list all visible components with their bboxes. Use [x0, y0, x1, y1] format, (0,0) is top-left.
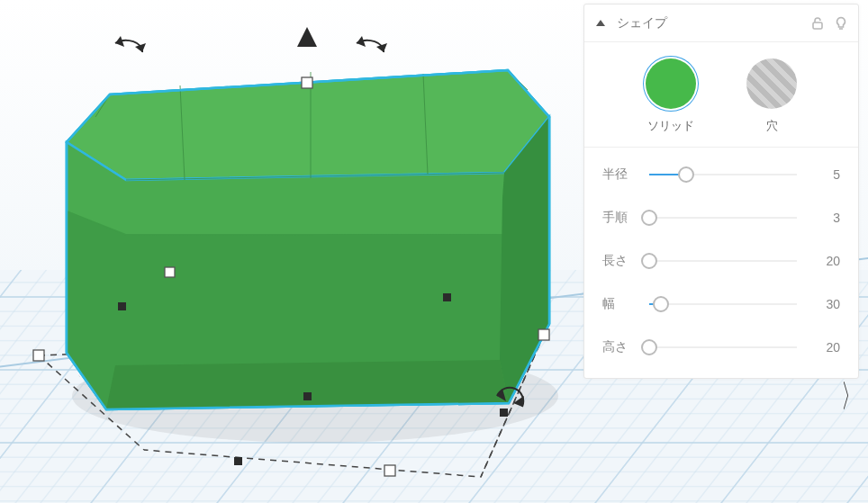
svg-rect-25	[165, 267, 175, 277]
param-row: 半径5	[584, 153, 858, 196]
param-label: 高さ	[602, 339, 646, 355]
lightbulb-icon[interactable]	[833, 15, 849, 31]
svg-rect-23	[384, 465, 395, 476]
panel-title: シェイプ	[611, 15, 809, 31]
param-row: 長さ20	[584, 239, 858, 283]
slider-thumb[interactable]	[653, 296, 669, 312]
lock-icon[interactable]	[809, 15, 826, 31]
param-slider[interactable]	[649, 209, 797, 227]
parameters-section: 半径5手順3長さ20幅30高さ20	[584, 148, 858, 378]
shape-rounded-box[interactable]	[67, 70, 549, 409]
param-label: 手順	[602, 210, 646, 226]
svg-rect-27	[443, 293, 451, 301]
collapse-panel-button[interactable]	[590, 13, 611, 34]
expand-arrow-icon[interactable]: 〉	[841, 375, 861, 418]
svg-rect-22	[538, 329, 549, 340]
svg-rect-28	[234, 457, 242, 465]
slider-thumb[interactable]	[641, 253, 657, 269]
param-label: 幅	[602, 296, 646, 312]
hole-swatch[interactable]	[746, 58, 797, 109]
param-label: 長さ	[602, 253, 646, 269]
param-row: 高さ20	[584, 326, 858, 369]
param-value: 3	[809, 211, 840, 225]
param-row: 幅30	[584, 283, 858, 326]
param-value: 5	[809, 167, 840, 182]
svg-rect-30	[303, 392, 312, 400]
svg-rect-38	[813, 22, 822, 29]
fill-solid-option[interactable]: ソリッド	[646, 58, 696, 134]
param-slider[interactable]	[649, 166, 797, 184]
slider-thumb[interactable]	[678, 166, 694, 183]
param-value: 30	[809, 297, 840, 311]
param-value: 20	[809, 254, 840, 268]
param-value: 20	[809, 340, 840, 355]
panel-header: シェイプ	[584, 4, 858, 42]
svg-marker-13	[106, 360, 509, 409]
svg-rect-24	[302, 77, 312, 88]
param-label: 半径	[602, 166, 646, 183]
param-slider[interactable]	[649, 295, 797, 313]
param-slider[interactable]	[649, 252, 797, 270]
slider-thumb[interactable]	[641, 339, 657, 355]
hole-label: 穴	[766, 118, 778, 134]
svg-rect-26	[118, 302, 126, 310]
solid-label: ソリッド	[647, 118, 694, 134]
fill-mode-section: ソリッド 穴	[584, 42, 858, 148]
svg-rect-21	[33, 350, 44, 361]
param-slider[interactable]	[649, 338, 797, 356]
svg-marker-37	[596, 20, 605, 26]
svg-rect-29	[500, 409, 508, 417]
solid-color-swatch[interactable]	[646, 58, 696, 109]
param-row: 手順3	[584, 196, 858, 239]
shape-inspector-panel: シェイプ ソリッド 穴 半径5	[583, 4, 859, 379]
fill-hole-option[interactable]: 穴	[746, 58, 797, 134]
slider-thumb[interactable]	[641, 210, 657, 226]
